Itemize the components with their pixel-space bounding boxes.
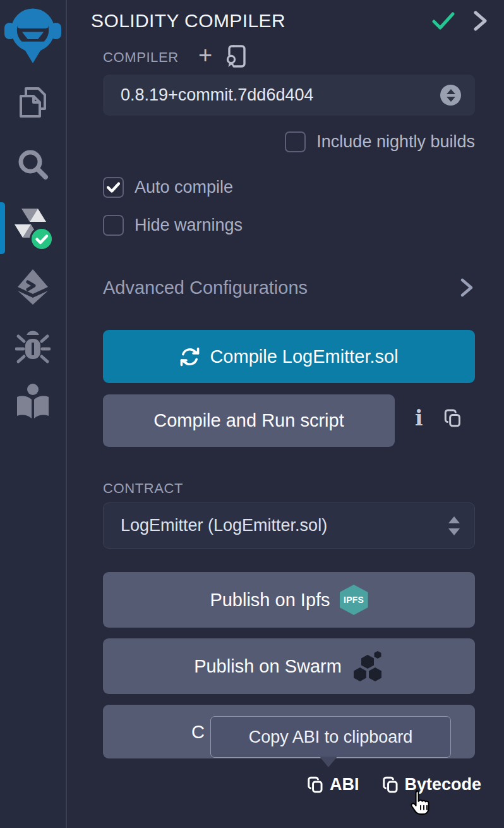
compile-success-check-icon	[432, 11, 455, 30]
publish-ipfs-button[interactable]: Publish on Ipfs IPFS	[103, 572, 475, 628]
file-explorer-icon	[16, 86, 50, 120]
sidebar-item-search[interactable]	[0, 147, 66, 182]
compiler-section-label: COMPILER	[103, 49, 179, 66]
compilation-details-visible-text: C	[191, 721, 205, 742]
sidebar-item-file-explorer[interactable]	[0, 86, 66, 120]
copy-artifacts-row: ABI Bytecode	[307, 775, 481, 795]
compiler-version-select[interactable]: 0.8.19+commit.7dd6d404	[103, 75, 475, 116]
remix-logo[interactable]	[0, 4, 66, 64]
mouse-cursor-pointer	[405, 789, 432, 819]
copy-icon	[307, 776, 324, 795]
solidity-compiler-icon	[9, 207, 57, 253]
info-icon[interactable]: i	[415, 406, 423, 430]
auto-compile-label: Auto compile	[135, 178, 233, 197]
copy-abi-tooltip: Copy ABI to clipboard	[210, 716, 451, 758]
checkbox-check-icon	[107, 182, 120, 193]
compiler-version-value: 0.8.19+commit.7dd6d404	[121, 85, 440, 105]
version-select-arrows-icon	[440, 85, 461, 106]
debugger-icon	[15, 329, 51, 365]
publish-swarm-label: Publish on Swarm	[194, 656, 342, 677]
chevron-right-icon	[459, 277, 475, 298]
advanced-configurations-toggle[interactable]: Advanced Configurations	[103, 277, 475, 298]
refresh-icon	[179, 346, 200, 367]
copy-abi-tooltip-text: Copy ABI to clipboard	[249, 728, 413, 747]
auto-compile-checkbox[interactable]	[103, 177, 124, 198]
compile-button[interactable]: Compile LogEmitter.sol	[103, 330, 475, 383]
contract-select-value: LogEmitter (LogEmitter.sol)	[121, 516, 447, 535]
remix-logo-icon	[4, 4, 61, 64]
compiler-license-icon[interactable]	[226, 44, 248, 68]
sidebar-item-deploy-run[interactable]	[0, 268, 66, 306]
sidebar-item-debugger[interactable]	[0, 329, 66, 365]
plugin-manager-icon	[15, 383, 51, 421]
compile-and-run-button[interactable]: Compile and Run script	[103, 394, 395, 447]
hide-warnings-label: Hide warnings	[135, 216, 243, 235]
icon-sidebar	[0, 0, 67, 828]
include-nightly-label: Include nightly builds	[316, 132, 475, 152]
swarm-logo-icon	[351, 650, 384, 683]
auto-compile-row: Auto compile	[103, 177, 233, 198]
ipfs-logo-icon: IPFS	[340, 585, 368, 615]
page-title: SOLIDITY COMPILER	[91, 10, 285, 32]
include-nightly-checkbox[interactable]	[285, 131, 306, 152]
remix-ide: SOLIDITY COMPILER COMPILER + 0.8.19+comm…	[0, 0, 504, 828]
compile-button-label: Compile LogEmitter.sol	[210, 346, 398, 367]
copy-abi-link[interactable]: ABI	[307, 775, 359, 795]
contract-section-label: CONTRACT	[103, 480, 183, 497]
advanced-configurations-label: Advanced Configurations	[103, 277, 308, 298]
hide-warnings-row: Hide warnings	[103, 215, 243, 236]
contract-select[interactable]: LogEmitter (LogEmitter.sol)	[103, 502, 475, 549]
sidebar-item-solidity-compiler[interactable]	[0, 207, 66, 253]
copy-icon	[382, 776, 399, 795]
panel-expand-chevron-icon[interactable]	[471, 10, 489, 32]
sidebar-item-plugin-manager[interactable]	[0, 383, 66, 421]
tooltip-caret	[320, 757, 337, 767]
add-compiler-icon[interactable]: +	[198, 43, 212, 67]
publish-swarm-button[interactable]: Publish on Swarm	[103, 638, 475, 694]
abi-label: ABI	[330, 775, 359, 795]
hide-warnings-checkbox[interactable]	[103, 215, 124, 236]
compile-and-run-label: Compile and Run script	[153, 410, 344, 431]
include-nightly-row: Include nightly builds	[285, 131, 475, 152]
search-icon	[15, 147, 51, 182]
deploy-run-icon	[15, 268, 51, 306]
copy-script-icon[interactable]	[443, 408, 462, 429]
solidity-compiler-panel: SOLIDITY COMPILER COMPILER + 0.8.19+comm…	[67, 0, 504, 828]
publish-ipfs-label: Publish on Ipfs	[210, 590, 330, 611]
contract-select-arrows-icon	[447, 515, 462, 537]
